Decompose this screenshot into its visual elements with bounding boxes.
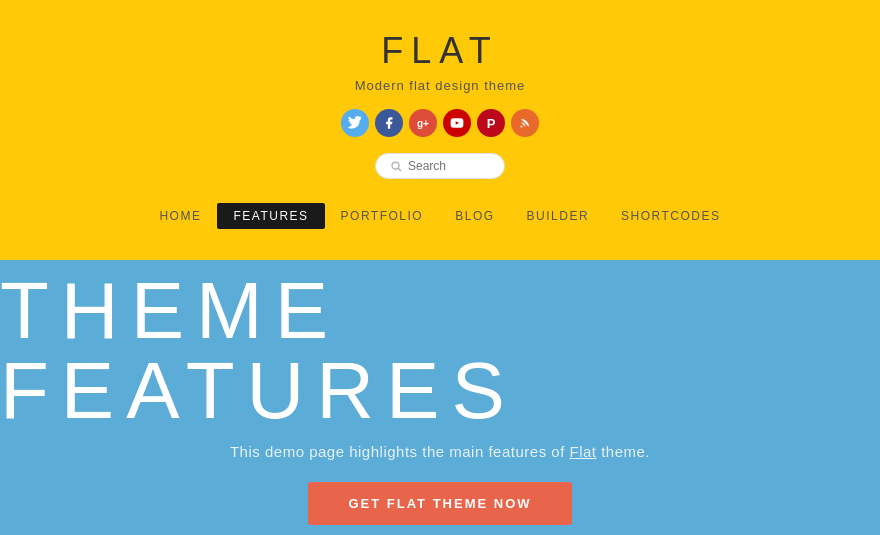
search-icon <box>390 160 402 172</box>
pinterest-icon[interactable]: P <box>477 109 505 137</box>
nav-item-features[interactable]: FEATURES <box>217 203 324 229</box>
nav-item-blog[interactable]: BLOG <box>439 203 510 229</box>
nav-item-builder[interactable]: BUILDER <box>511 203 606 229</box>
google-plus-icon[interactable]: g+ <box>409 109 437 137</box>
social-icons-bar: g+ P <box>341 109 539 137</box>
search-bar[interactable] <box>375 153 505 179</box>
nav-item-portfolio[interactable]: PORTFOLIO <box>325 203 440 229</box>
main-navigation: HOME FEATURES PORTFOLIO BLOG BUILDER SHO… <box>143 203 736 229</box>
hero-subtitle-pre: This demo page highlights the main featu… <box>230 443 570 460</box>
twitter-icon[interactable] <box>341 109 369 137</box>
site-title: FLAT <box>381 30 498 72</box>
search-input[interactable] <box>408 159 488 173</box>
rss-icon[interactable] <box>511 109 539 137</box>
hero-subtitle-link: Flat <box>569 443 596 460</box>
svg-point-1 <box>392 162 399 169</box>
svg-point-0 <box>521 126 523 128</box>
cta-button[interactable]: GET FLAT THEME NOW <box>308 482 571 525</box>
facebook-icon[interactable] <box>375 109 403 137</box>
hero-section: THEME FEATURES This demo page highlights… <box>0 260 880 535</box>
svg-line-2 <box>398 168 401 171</box>
site-subtitle: Modern flat design theme <box>355 78 526 93</box>
nav-item-shortcodes[interactable]: SHORTCODES <box>605 203 736 229</box>
hero-subtitle: This demo page highlights the main featu… <box>230 443 650 460</box>
hero-title: THEME FEATURES <box>0 271 880 431</box>
hero-subtitle-post: theme. <box>597 443 651 460</box>
header-section: FLAT Modern flat design theme g+ P HOME … <box>0 0 880 260</box>
nav-item-home[interactable]: HOME <box>143 203 217 229</box>
youtube-icon[interactable] <box>443 109 471 137</box>
